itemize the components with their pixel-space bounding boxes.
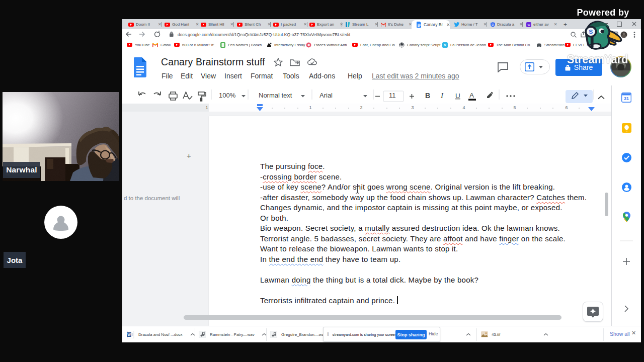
svg-text:100%: 100%: [219, 92, 236, 99]
svg-text:3: 3: [411, 105, 414, 110]
svg-text:w: w: [527, 23, 530, 26]
svg-text:Arial: Arial: [319, 92, 333, 99]
svg-text:B: B: [425, 92, 430, 100]
svg-text:D: D: [492, 23, 494, 26]
svg-text:I: I: [440, 92, 444, 100]
svg-text:11: 11: [389, 92, 396, 99]
svg-text:S: S: [589, 29, 593, 35]
svg-text:2: 2: [360, 105, 362, 110]
svg-text:1: 1: [205, 105, 208, 110]
svg-text:U: U: [455, 92, 460, 100]
svg-text:5: 5: [513, 105, 516, 110]
svg-text:Normal text: Normal text: [259, 92, 292, 99]
svg-text:6: 6: [565, 105, 568, 110]
svg-text:4: 4: [462, 105, 465, 110]
svg-text:V: V: [444, 43, 446, 47]
svg-text:A: A: [469, 92, 474, 99]
svg-text:W: W: [127, 333, 131, 336]
svg-text:31: 31: [624, 96, 629, 101]
svg-text:1: 1: [309, 105, 311, 110]
svg-text:docs.google.com/document/d/1Qe: docs.google.com/document/d/1QeaQnV4mJz5Z…: [178, 32, 351, 37]
